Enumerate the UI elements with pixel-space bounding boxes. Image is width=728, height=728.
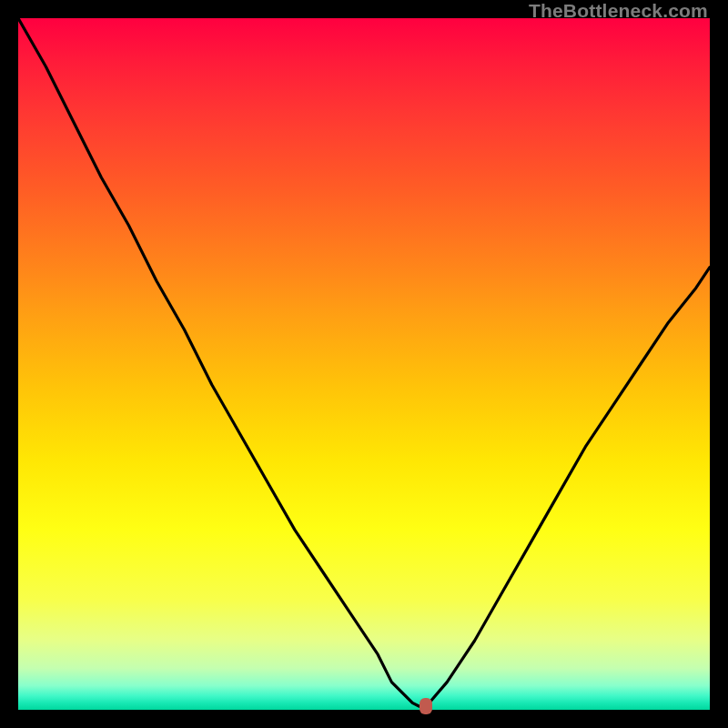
- curve-path: [18, 18, 710, 706]
- plot-area: [18, 18, 710, 710]
- optimum-marker: [420, 698, 432, 714]
- bottleneck-curve: [18, 18, 710, 710]
- chart-frame: TheBottleneck.com: [0, 0, 728, 728]
